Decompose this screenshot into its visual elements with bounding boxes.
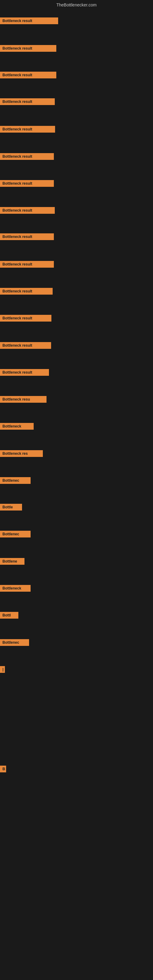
- bar-label-5: Bottleneck result: [0, 126, 55, 133]
- bar-label-10: Bottleneck result: [0, 261, 54, 268]
- bar-row-9: Bottleneck result: [0, 233, 54, 240]
- bar-row-23: Bottl: [0, 612, 18, 619]
- bar-row-21: Bottlene: [0, 558, 24, 565]
- bar-row-19: Bottle: [0, 504, 22, 511]
- bar-label-24: Bottlenec: [0, 639, 29, 646]
- site-header: TheBottlenecker.com: [0, 0, 153, 9]
- bar-label-20: Bottlenec: [0, 531, 30, 538]
- bar-label-14: Bottleneck result: [0, 369, 49, 376]
- bar-label-3: Bottleneck result: [0, 72, 56, 78]
- bar-label-4: Bottleneck result: [0, 98, 55, 105]
- bar-row-22: Bottleneck: [0, 585, 30, 592]
- bar-label-15: Bottleneck resu: [0, 396, 46, 403]
- bar-row-24: Bottlenec: [0, 639, 29, 646]
- bar-label-25: |: [0, 666, 5, 673]
- bar-row-10: Bottleneck result: [0, 261, 54, 268]
- bar-row-4: Bottleneck result: [0, 98, 55, 105]
- bar-row-25: |: [0, 666, 5, 673]
- site-title: TheBottlenecker.com: [56, 2, 97, 7]
- bar-row-3: Bottleneck result: [0, 72, 56, 78]
- bar-label-12: Bottleneck result: [0, 315, 51, 321]
- bar-label-16: Bottleneck: [0, 423, 33, 430]
- bar-row-16: Bottleneck: [0, 423, 33, 430]
- bar-label-2: Bottleneck result: [0, 45, 56, 52]
- bar-row-2: Bottleneck result: [0, 45, 56, 52]
- bar-row-15: Bottleneck resu: [0, 396, 46, 403]
- bar-row-5: Bottleneck result: [0, 126, 55, 133]
- bar-row-26: B: [0, 766, 6, 772]
- bar-label-22: Bottleneck: [0, 585, 30, 592]
- bar-row-17: Bottleneck res: [0, 450, 43, 457]
- bar-row-1: Bottleneck result: [0, 18, 58, 24]
- bar-row-6: Bottleneck result: [0, 153, 54, 160]
- bar-row-7: Bottleneck result: [0, 180, 54, 187]
- bar-label-1: Bottleneck result: [0, 18, 58, 24]
- bar-label-21: Bottlene: [0, 558, 24, 565]
- bar-label-18: Bottlenec: [0, 477, 30, 484]
- bar-label-26: B: [0, 766, 6, 772]
- bar-label-19: Bottle: [0, 504, 22, 511]
- bar-label-6: Bottleneck result: [0, 153, 54, 160]
- bar-label-8: Bottleneck result: [0, 207, 55, 214]
- bar-label-23: Bottl: [0, 612, 18, 619]
- bar-label-11: Bottleneck result: [0, 288, 53, 294]
- bar-row-20: Bottlenec: [0, 531, 30, 538]
- bar-label-9: Bottleneck result: [0, 233, 54, 240]
- bar-label-17: Bottleneck res: [0, 450, 43, 457]
- bar-row-13: Bottleneck result: [0, 342, 51, 349]
- bar-row-14: Bottleneck result: [0, 369, 49, 376]
- bar-label-7: Bottleneck result: [0, 180, 54, 187]
- bar-row-11: Bottleneck result: [0, 288, 53, 294]
- bar-row-18: Bottlenec: [0, 477, 30, 484]
- bar-label-13: Bottleneck result: [0, 342, 51, 349]
- bar-row-12: Bottleneck result: [0, 315, 51, 321]
- bar-row-8: Bottleneck result: [0, 207, 55, 214]
